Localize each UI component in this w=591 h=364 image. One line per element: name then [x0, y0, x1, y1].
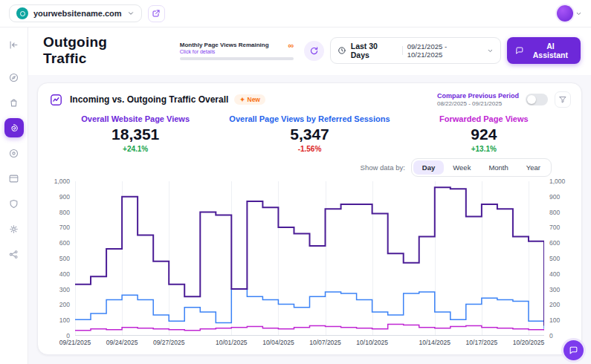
granularity-day[interactable]: Day [413, 160, 444, 175]
y-tick-label: 900 [59, 193, 70, 201]
chevron-down-icon [127, 10, 135, 17]
y-tick-label: 100 [549, 316, 560, 324]
new-badge-label: New [248, 96, 260, 103]
ai-assistant-button[interactable]: AI Assistant [507, 37, 581, 64]
swirl-icon [8, 123, 19, 134]
compass-icon [8, 72, 19, 83]
sidebar-item-collapse[interactable] [4, 35, 24, 54]
topbar: yourwebsitename.com [0, 0, 591, 27]
stat-value: 18,351 [48, 126, 222, 143]
x-tick-label: 10/20/2025 [513, 339, 545, 346]
y-tick-label: 700 [549, 224, 560, 231]
x-axis: 09/21/202509/24/202509/27/202510/01/2025… [75, 339, 544, 348]
avatar [557, 5, 573, 22]
toggle-knob [527, 95, 536, 104]
granularity-year[interactable]: Year [517, 160, 549, 175]
sidebar-item-outgoing-traffic[interactable] [4, 118, 24, 137]
quota-progress-bar [180, 57, 294, 60]
stat-referred-sessions: Overall Page Views by Referred Sessions … [222, 114, 396, 153]
stats-row: Overall Website Page Views 18,351 +24.1%… [48, 114, 571, 153]
series-line-1 [75, 289, 544, 329]
sidebar-item-targets[interactable] [4, 143, 24, 163]
plot-area[interactable] [75, 181, 544, 336]
new-badge: ✦ New [234, 94, 265, 105]
quota-value: ∞ [288, 42, 294, 50]
traffic-overview-card: Incoming vs. Outgoing Traffic Overall ✦ … [37, 82, 582, 355]
chat-icon [569, 345, 578, 355]
y-tick-label: 300 [549, 286, 560, 293]
chevron-down-icon [487, 48, 494, 54]
y-tick-label: 500 [59, 255, 70, 262]
collapse-panel-icon [8, 39, 19, 51]
y-tick-label: 1,000 [549, 178, 565, 185]
ai-assistant-label: AI Assistant [529, 42, 572, 59]
open-site-button[interactable] [148, 5, 165, 22]
stat-label: Overall Website Page Views [48, 114, 222, 123]
page-title: Outgoing Traffic [43, 34, 153, 67]
y-tick-label: 800 [59, 209, 70, 216]
compare-previous-dates: 08/22/2025 - 09/21/2025 [437, 100, 519, 107]
y-tick-label: 1,000 [54, 178, 70, 185]
sidebar-item-integrations[interactable] [4, 244, 24, 264]
quota-widget[interactable]: Monthly Page Views Remaining Click for d… [180, 42, 294, 60]
site-logo-icon [16, 7, 28, 19]
chart-canvas [75, 181, 544, 335]
sidebar [0, 27, 28, 364]
refresh-button[interactable] [304, 41, 324, 61]
browser-icon [8, 173, 19, 184]
x-tick-label: 10/01/2025 [216, 339, 248, 346]
y-tick-label: 300 [59, 286, 70, 293]
stat-label: Overall Page Views by Referred Sessions [222, 114, 396, 123]
granularity-control: Day Week Month Year [411, 158, 552, 177]
compare-toggle[interactable] [526, 94, 548, 105]
site-domain: yourwebsitename.com [33, 9, 122, 18]
y-tick-label: 500 [549, 255, 560, 262]
target-icon [8, 148, 19, 159]
filter-button[interactable] [555, 91, 571, 108]
stat-delta: +24.1% [48, 145, 222, 153]
x-tick-label: 09/27/2025 [153, 339, 185, 346]
chevron-down-icon [575, 10, 582, 17]
compare-previous-label: Compare Previous Period [437, 92, 519, 100]
stat-forwarded: Forwarded Page Views 924 +13.1% [397, 114, 571, 153]
y-tick-label: 400 [59, 270, 70, 278]
date-range-picker[interactable]: Last 30 Days 09/21/2025 - 10/21/2025 [330, 37, 501, 64]
chat-fab-button[interactable] [563, 340, 584, 360]
site-selector[interactable]: yourwebsitename.com [9, 4, 142, 22]
y-tick-label: 0 [549, 332, 553, 339]
quota-details-link[interactable]: Click for details [180, 49, 269, 54]
sidebar-item-orders[interactable] [4, 93, 24, 112]
granularity-month[interactable]: Month [479, 160, 517, 175]
chat-icon [515, 46, 524, 55]
sidebar-item-security[interactable] [4, 194, 24, 213]
chart-card-icon [48, 92, 64, 108]
granularity-week[interactable]: Week [444, 160, 479, 175]
page-header: Outgoing Traffic Monthly Page Views Rema… [28, 27, 591, 75]
x-tick-label: 10/04/2025 [262, 339, 294, 346]
x-tick-label: 10/07/2025 [309, 339, 341, 346]
sparkle-icon: ✦ [239, 96, 245, 103]
share-nodes-icon [8, 249, 19, 260]
shield-icon [8, 198, 19, 209]
user-menu[interactable] [557, 5, 582, 22]
divider [402, 46, 403, 55]
y-tick-label: 100 [59, 316, 70, 324]
y-tick-label: 800 [549, 209, 560, 216]
sidebar-item-settings[interactable] [4, 219, 24, 238]
y-axis-right: 01002003004005006007008009001,000 [544, 181, 571, 336]
range-dates: 09/21/2025 - 10/21/2025 [407, 42, 483, 59]
stat-overall-website: Overall Website Page Views 18,351 +24.1% [48, 114, 222, 153]
y-axis-left: 01002003004005006007008009001,000 [48, 181, 75, 336]
x-tick-label: 10/17/2025 [466, 339, 498, 346]
sidebar-item-dashboard[interactable] [4, 68, 24, 87]
y-tick-label: 600 [59, 239, 70, 247]
sidebar-item-browser[interactable] [4, 169, 24, 188]
range-label: Last 30 Days [351, 42, 398, 59]
x-tick-label: 10/10/2025 [356, 339, 388, 346]
card-title: Incoming vs. Outgoing Traffic Overall [70, 94, 228, 105]
stat-value: 5,347 [222, 126, 396, 143]
series-line-2 [75, 325, 544, 331]
stat-delta: -1.56% [222, 145, 396, 153]
y-tick-label: 600 [549, 239, 560, 247]
stat-label: Forwarded Page Views [397, 114, 571, 123]
